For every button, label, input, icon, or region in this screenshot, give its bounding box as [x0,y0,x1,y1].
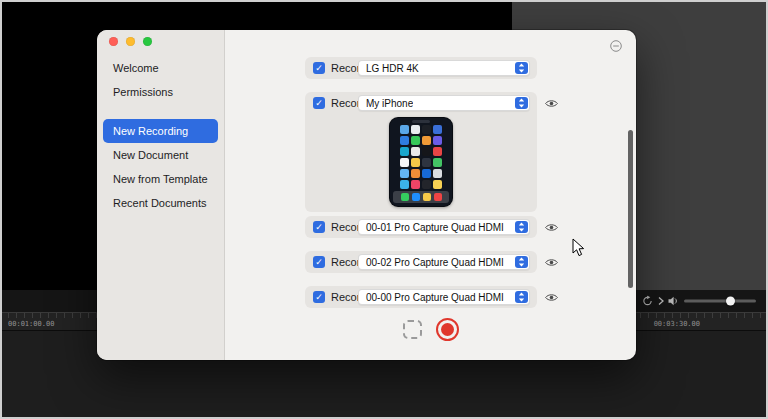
sidebar-item-label: New Recording [113,125,188,137]
check-icon: ✓ [315,64,323,73]
record-actions [225,318,636,341]
region-select-button[interactable] [403,320,422,339]
popup-stepper-icon [515,256,528,268]
iphone-preview [389,117,453,207]
check-icon: ✓ [315,258,323,267]
new-recording-dialog: Welcome Permissions New Recording New Do… [97,30,636,360]
iphone-app-icon [422,169,431,178]
traffic-lights [109,37,152,46]
source-dropdown[interactable]: LG HDR 4K [358,60,530,76]
timecode-end: 00:03:30.00 [654,320,700,328]
iphone-app-icon [422,147,431,156]
record-checkbox[interactable]: ✓ [313,221,325,233]
popup-stepper-icon [515,62,528,74]
popup-stepper-icon [515,97,528,109]
iphone-dock-icon [423,193,431,201]
sidebar-item-recent-documents[interactable]: Recent Documents [103,191,218,215]
iphone-app-icon [400,169,409,178]
source-dropdown[interactable]: 00-02 Pro Capture Quad HDMI [358,254,530,270]
iphone-dock-icon [412,193,420,201]
record-checkbox[interactable]: ✓ [313,291,325,303]
iphone-dock [393,191,449,203]
check-icon: ✓ [315,293,323,302]
sidebar-item-label: Recent Documents [113,197,207,209]
source-dropdown[interactable]: 00-01 Pro Capture Quad HDMI [358,219,530,235]
dropdown-value: 00-01 Pro Capture Quad HDMI [359,222,504,233]
iphone-app-icon [411,158,420,167]
eye-toggle[interactable] [543,255,559,269]
iphone-app-icon [433,136,442,145]
source-row-capture-0: ✓ Record: 00-00 Pro Capture Quad HDMI [305,286,537,308]
iphone-app-icon [422,136,431,145]
dialog-sidebar: Welcome Permissions New Recording New Do… [97,30,225,360]
sidebar-item-label: Welcome [113,62,159,74]
eye-toggle[interactable] [543,220,559,234]
record-dot-icon [441,323,454,336]
scrollbar-thumb[interactable] [628,130,633,288]
iphone-notch [412,120,430,123]
sidebar-item-label: New from Template [113,173,208,185]
iphone-app-icon [411,136,420,145]
sidebar-item-new-recording[interactable]: New Recording [103,119,218,143]
iphone-app-icon [400,158,409,167]
source-dropdown[interactable]: My iPhone [358,95,530,111]
iphone-icon-grid [390,125,452,189]
zoom-button[interactable] [143,37,152,46]
dropdown-value: LG HDR 4K [359,63,419,74]
iphone-app-icon [433,147,442,156]
source-row-capture-2: ✓ Record: 00-02 Pro Capture Quad HDMI [305,251,537,273]
loop-icon[interactable] [642,296,653,307]
timecode-start: 00:01:00.00 [8,320,54,328]
sidebar-item-label: Permissions [113,86,173,98]
sidebar-item-label: New Document [113,149,188,161]
eye-toggle[interactable] [543,290,559,304]
iphone-app-icon [400,136,409,145]
popup-stepper-icon [515,291,528,303]
dropdown-value: 00-02 Pro Capture Quad HDMI [359,257,504,268]
eye-toggle[interactable] [543,96,559,110]
iphone-app-icon [433,169,442,178]
collapse-icon[interactable] [610,40,622,52]
check-icon: ✓ [315,99,323,108]
iphone-app-icon [400,125,409,134]
record-checkbox[interactable]: ✓ [313,97,325,109]
iphone-app-icon [400,147,409,156]
record-button[interactable] [436,318,459,341]
dropdown-value: My iPhone [359,98,413,109]
iphone-app-icon [433,180,442,189]
close-button[interactable] [109,37,118,46]
sidebar-item-new-from-template[interactable]: New from Template [103,167,218,191]
record-checkbox[interactable]: ✓ [313,256,325,268]
iphone-app-icon [411,147,420,156]
source-dropdown[interactable]: 00-00 Pro Capture Quad HDMI [358,289,530,305]
iphone-dock-icon [401,193,409,201]
dialog-content: ✓ Record: LG HDR 4K ✓ Record: My iPhone [225,30,636,360]
record-checkbox[interactable]: ✓ [313,62,325,74]
iphone-app-icon [400,180,409,189]
iphone-app-icon [422,158,431,167]
sidebar-item-new-document[interactable]: New Document [103,143,218,167]
popup-stepper-icon [515,221,528,233]
iphone-app-icon [422,180,431,189]
minimize-button[interactable] [126,37,135,46]
sidebar-group-top: Welcome Permissions [97,56,224,104]
play-icon[interactable] [658,297,664,306]
volume-slider-knob[interactable] [726,297,735,306]
sidebar-item-welcome[interactable]: Welcome [103,56,218,80]
iphone-dock-icon [434,193,442,201]
iphone-app-icon [411,125,420,134]
sidebar-item-permissions[interactable]: Permissions [103,80,218,104]
check-icon: ✓ [315,223,323,232]
dropdown-value: 00-00 Pro Capture Quad HDMI [359,292,504,303]
iphone-app-icon [411,169,420,178]
iphone-app-icon [411,180,420,189]
source-row-iphone: ✓ Record: My iPhone [305,92,537,212]
volume-icon[interactable] [668,296,679,306]
iphone-app-icon [422,125,431,134]
volume-slider-track[interactable] [684,300,756,303]
source-row-display: ✓ Record: LG HDR 4K [305,57,537,79]
app-screen: 00:01:00.00 00:03:30.00 Welcome Permissi… [0,0,768,419]
iphone-app-icon [433,125,442,134]
source-row-capture-1: ✓ Record: 00-01 Pro Capture Quad HDMI [305,216,537,238]
sidebar-group-new: New Recording New Document New from Temp… [97,119,224,215]
